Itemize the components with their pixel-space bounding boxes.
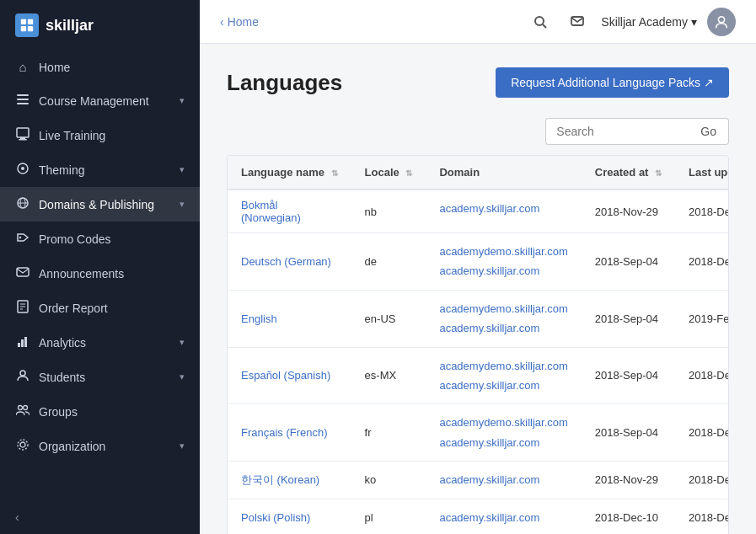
search-go-button[interactable]: Go [689,118,729,145]
col-label-language-name: Language name [241,166,324,179]
sidebar-item-home[interactable]: ⌂ Home [0,51,200,83]
cell-domain: academydemo.skilljar.comacademy.skilljar… [426,291,581,347]
academy-label: Skilljar Academy [601,15,688,29]
sort-icon-locale: ⇅ [405,168,412,178]
request-language-packs-button[interactable]: Request Additional Language Packs ↗ [496,67,729,98]
svg-point-28 [20,442,25,447]
course-management-icon [15,93,30,109]
domain-link[interactable]: academy.skilljar.com [439,376,567,395]
cell-domain: academy.skilljar.com [426,190,581,227]
chevron-down-icon: ▾ [180,95,185,106]
analytics-icon [15,334,30,350]
domain-link[interactable]: academy.skilljar.com [439,318,567,338]
academy-selector[interactable]: Skilljar Academy ▾ [601,15,697,29]
table-row: 한국이 (Korean)koacademy.skilljar.com2018-N… [228,462,729,499]
language-name-link[interactable]: Polski (Polish) [241,511,310,524]
home-icon: ⌂ [15,60,30,74]
sidebar-item-organization[interactable]: Organization ▾ [0,429,200,463]
cell-language-name: Polski (Polish) [228,499,351,534]
language-name-link[interactable]: 한국이 (Korean) [241,473,319,486]
groups-icon [15,403,30,419]
svg-rect-23 [21,339,24,347]
col-locale[interactable]: Locale ⇅ [351,156,426,190]
students-icon [15,369,30,385]
domain-link[interactable]: academy.skilljar.com [439,199,567,218]
search-icon-button[interactable] [527,8,554,35]
cell-created-at: 2018-Sep-04 [582,404,675,462]
cell-domain: academy.skilljar.com [426,499,581,534]
cell-locale: es-MX [351,347,426,404]
cell-created-at: 2018-Nov-29 [582,462,675,499]
svg-rect-8 [20,137,25,139]
cell-created-at: 2018-Nov-29 [582,190,675,233]
domain-link[interactable]: academydemo.skilljar.com [439,356,567,376]
sidebar-item-groups[interactable]: Groups [0,394,200,429]
language-name-link[interactable]: Bokmål (Norwegian) [241,199,301,224]
svg-rect-0 [21,19,26,24]
svg-point-27 [24,406,28,410]
user-avatar[interactable] [707,8,736,36]
chevron-down-icon: ▾ [180,337,185,348]
col-last-updated[interactable]: Last updated ⇅ [675,156,729,190]
svg-rect-17 [17,268,29,276]
sidebar-item-theming[interactable]: Theming ▾ [0,152,200,187]
language-name-link[interactable]: Français (French) [241,426,328,439]
svg-rect-3 [28,26,33,31]
cell-created-at: 2018-Dec-10 [582,499,675,534]
cell-locale: de [351,233,426,291]
sidebar-item-analytics[interactable]: Analytics ▾ [0,325,200,360]
domain-link[interactable]: academy.skilljar.com [439,433,567,452]
theming-icon [15,162,30,178]
domains-publishing-icon [15,196,30,212]
sidebar: skilljar ⌂ Home Course Management ▾ Live… [0,0,200,534]
svg-rect-2 [21,26,26,31]
cell-last-updated: 2018-Dec-10 [675,404,729,462]
domain-link[interactable]: academy.skilljar.com [439,261,567,280]
svg-rect-24 [24,337,27,347]
search-input[interactable] [545,118,689,145]
table-header-row: Language name ⇅ Locale ⇅ Domain Created … [228,156,729,190]
organization-icon [15,438,30,454]
svg-rect-9 [19,139,27,141]
sidebar-item-students[interactable]: Students ▾ [0,360,200,394]
academy-chevron-icon: ▾ [691,15,697,29]
domain-link[interactable]: academydemo.skilljar.com [439,299,567,318]
table-row: Español (Spanish)es-MXacademydemo.skillj… [228,347,729,404]
sidebar-item-course-management[interactable]: Course Management ▾ [0,83,200,118]
request-btn-label: Request Additional Language Packs ↗ [511,76,714,89]
sidebar-item-order-report[interactable]: Order Report [0,291,200,325]
sidebar-item-domains-publishing[interactable]: Domains & Publishing ▾ [0,187,200,222]
cell-language-name: 한국이 (Korean) [228,462,351,499]
language-name-link[interactable]: Deutsch (German) [241,255,331,268]
sidebar-logo[interactable]: skilljar [0,0,200,51]
chevron-down-icon: ▾ [180,164,185,175]
sidebar-collapse-button[interactable]: ‹ [0,500,200,534]
svg-point-16 [19,237,21,238]
domain-link[interactable]: academy.skilljar.com [439,470,567,489]
cell-language-name: Español (Spanish) [228,347,351,404]
sidebar-item-label-live-training: Live Training [39,129,185,142]
sidebar-item-live-training[interactable]: Live Training [0,118,200,152]
table-row: Englishen-USacademydemo.skilljar.comacad… [228,290,729,347]
sidebar-item-announcements[interactable]: Announcements [0,256,200,291]
domain-link[interactable]: academydemo.skilljar.com [439,413,567,432]
page-header: Languages Request Additional Language Pa… [227,67,729,98]
language-name-link[interactable]: English [241,312,277,325]
sort-icon-language-name: ⇅ [331,168,338,178]
sidebar-item-label-order-report: Order Report [39,302,185,315]
cell-locale: pl [351,499,426,534]
cell-last-updated: 2018-Dec-10 [675,462,729,499]
col-language-name[interactable]: Language name ⇅ [228,156,351,190]
messages-icon-button[interactable] [564,8,591,35]
domain-link[interactable]: academy.skilljar.com [439,508,567,527]
sidebar-item-promo-codes[interactable]: Promo Codes [0,222,200,256]
languages-table: Language name ⇅ Locale ⇅ Domain Created … [228,156,729,534]
app-logo-text: skilljar [46,17,94,35]
search-bar: Go [227,118,729,145]
col-created-at[interactable]: Created at ⇅ [582,156,675,190]
svg-rect-6 [17,103,29,104]
language-name-link[interactable]: Español (Spanish) [241,369,330,382]
breadcrumb-home[interactable]: ‹ Home [220,15,259,29]
domain-link[interactable]: academydemo.skilljar.com [439,242,567,261]
promo-codes-icon [15,231,30,247]
